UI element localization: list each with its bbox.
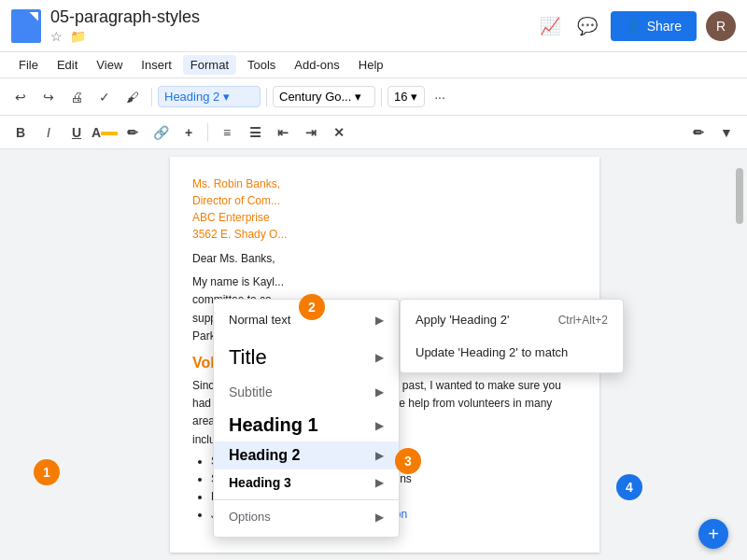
comment-button[interactable]: +	[176, 119, 202, 146]
format-toolbar: B I U A ✏ 🔗 + ≡ ☰ ⇤ ⇥ ✕ ✏ ▼	[0, 116, 747, 149]
font-size-select[interactable]: 16 ▾	[388, 86, 425, 107]
badge-1: 1	[34, 459, 60, 485]
toolbar-sep-1	[151, 88, 152, 106]
doc-address: Ms. Robin Banks, Director of Com... ABC …	[192, 175, 577, 243]
scroll-thumb[interactable]	[736, 168, 743, 224]
bold-button[interactable]: B	[7, 119, 34, 146]
undo-button[interactable]: ↩	[7, 84, 34, 110]
highlight-button[interactable]: ✏	[120, 119, 146, 146]
font-select[interactable]: Century Go... ▾	[273, 86, 375, 107]
toolbar-sep-3	[381, 88, 382, 106]
star-icon[interactable]: ☆	[50, 29, 63, 44]
font-dropdown-arrow-icon: ▾	[355, 90, 361, 104]
share-icon: 👤	[626, 19, 641, 34]
options-arrow-icon: ▶	[375, 511, 384, 524]
badge-2: 2	[299, 294, 325, 320]
style-heading3[interactable]: Heading 3 ▶	[214, 469, 399, 496]
chat-icon[interactable]: 💬	[573, 12, 601, 40]
h1-arrow-icon: ▶	[375, 419, 384, 432]
doc-icon	[11, 9, 41, 43]
print-button[interactable]: 🖨	[63, 84, 90, 110]
top-right-actions: 📈 💬 👤 Share R	[536, 11, 736, 41]
style-subtitle[interactable]: Subtitle ▶	[214, 379, 399, 405]
spellcheck-button[interactable]: ✓	[92, 84, 118, 110]
style-select[interactable]: Heading 2 ▾	[158, 86, 261, 107]
menu-addons[interactable]: Add-ons	[287, 55, 346, 75]
style-title[interactable]: Title ▶	[214, 340, 399, 375]
toolbar: ↩ ↪ 🖨 ✓ 🖌 Heading 2 ▾ Century Go... ▾ 16…	[0, 78, 747, 116]
size-dropdown-arrow-icon: ▾	[411, 90, 417, 104]
redo-button[interactable]: ↪	[35, 84, 62, 110]
scrollbar[interactable]	[732, 149, 747, 560]
menu-insert[interactable]: Insert	[134, 55, 179, 75]
clear-format-button[interactable]: ✕	[326, 119, 352, 146]
badge-3: 3	[395, 448, 421, 474]
menu-tools[interactable]: Tools	[240, 55, 283, 75]
update-heading2-item[interactable]: Update 'Heading 2' to match	[401, 336, 623, 369]
more-options-button[interactable]: ···	[427, 84, 453, 110]
style-sep	[214, 499, 399, 500]
heading2-submenu: Apply 'Heading 2' Ctrl+Alt+2 Update 'Hea…	[400, 299, 624, 373]
underline-button[interactable]: U	[63, 119, 90, 146]
h2-arrow-icon: ▶	[375, 449, 384, 462]
add-button[interactable]: +	[698, 519, 728, 549]
toolbar-sep-2	[266, 88, 267, 106]
paint-format-button[interactable]: 🖌	[120, 84, 146, 110]
analytics-icon[interactable]: 📈	[536, 12, 564, 40]
doc-title[interactable]: 05-paragraph-styles	[50, 7, 536, 27]
badge-4: 4	[616, 474, 642, 500]
color-indicator	[101, 132, 118, 135]
font-color-button[interactable]: A	[92, 119, 118, 146]
dropdown-arrow-icon: ▾	[223, 90, 230, 104]
more-format-button[interactable]: ▼	[713, 119, 740, 146]
menu-file[interactable]: File	[11, 55, 46, 75]
doc-title-area: 05-paragraph-styles ☆ 📁	[50, 7, 536, 44]
menu-help[interactable]: Help	[351, 55, 391, 75]
doc-title-icons: ☆ 📁	[50, 29, 536, 44]
content-area: Ms. Robin Banks, Director of Com... ABC …	[0, 149, 747, 560]
edit-pencil-button[interactable]: ✏	[685, 119, 712, 146]
numbered-list-button[interactable]: ☰	[242, 119, 268, 146]
style-dropdown: Normal text ▶ Title ▶ Subtitle ▶ Heading…	[213, 299, 400, 538]
link-button[interactable]: 🔗	[148, 119, 174, 146]
top-bar: 05-paragraph-styles ☆ 📁 📈 💬 👤 Share R	[0, 0, 747, 52]
bullet-list-button[interactable]: ≡	[214, 119, 240, 146]
menu-format[interactable]: Format	[183, 55, 236, 75]
italic-button[interactable]: I	[35, 119, 62, 146]
avatar[interactable]: R	[706, 11, 736, 41]
indent-decrease-button[interactable]: ⇤	[270, 119, 296, 146]
folder-icon[interactable]: 📁	[70, 29, 86, 44]
style-heading1[interactable]: Heading 1 ▶	[214, 409, 399, 441]
format-sep-1	[207, 123, 208, 142]
dear-line: Dear Ms. Banks,	[192, 250, 577, 268]
left-panel	[0, 149, 22, 560]
subtitle-arrow-icon: ▶	[375, 385, 384, 399]
menu-edit[interactable]: Edit	[49, 55, 85, 75]
share-button[interactable]: 👤 Share	[611, 11, 697, 41]
style-heading2[interactable]: Heading 2 ▶	[214, 441, 399, 469]
title-arrow-icon: ▶	[375, 351, 384, 364]
normal-text-arrow-icon: ▶	[375, 314, 384, 327]
indent-increase-button[interactable]: ⇥	[298, 119, 324, 146]
apply-heading2-item[interactable]: Apply 'Heading 2' Ctrl+Alt+2	[401, 303, 623, 336]
menu-bar: File Edit View Insert Format Tools Add-o…	[0, 52, 747, 78]
h3-arrow-icon: ▶	[375, 476, 384, 489]
style-options[interactable]: Options ▶	[214, 504, 399, 529]
menu-view[interactable]: View	[89, 55, 130, 75]
